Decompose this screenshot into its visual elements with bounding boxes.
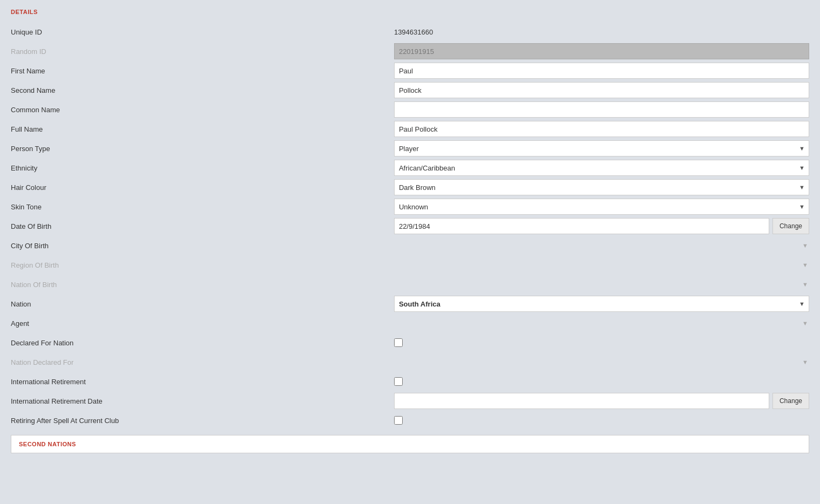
first-name-row: First Name	[11, 62, 809, 80]
nation-select-wrapper: South Africa England France Germany ▼	[394, 296, 809, 312]
person-type-value-container: Player Staff Other ▼	[394, 140, 809, 156]
second-name-row: Second Name	[11, 81, 809, 99]
change-ird-button[interactable]: Change	[772, 393, 809, 409]
ethnicity-row: Ethnicity African/Caribbean Asian White …	[11, 159, 809, 177]
nation-of-birth-row: Nation Of Birth ▼	[11, 275, 809, 294]
nation-value-container: South Africa England France Germany ▼	[394, 296, 809, 312]
retiring-after-spell-label: Retiring After Spell At Current Club	[11, 417, 394, 425]
common-name-value-container	[394, 101, 809, 118]
skin-tone-label: Skin Tone	[11, 203, 394, 211]
agent-value-container: ▼	[394, 320, 809, 326]
common-name-label: Common Name	[11, 106, 394, 114]
second-nations-header: SECOND NATIONS	[19, 441, 801, 447]
full-name-label: Full Name	[11, 125, 394, 133]
declared-for-nation-label: Declared For Nation	[11, 339, 394, 347]
skin-tone-select[interactable]: Unknown Light Medium Dark	[394, 199, 809, 215]
date-of-birth-input[interactable]	[394, 218, 769, 234]
hair-colour-select[interactable]: Dark Brown Brown Black Blonde Red Grey	[394, 179, 809, 195]
hair-colour-label: Hair Colour	[11, 183, 394, 192]
city-of-birth-row: City Of Birth ▼	[11, 236, 809, 255]
date-of-birth-row: Date Of Birth Change	[11, 217, 809, 235]
ethnicity-value-container: African/Caribbean Asian White Mixed Othe…	[394, 160, 809, 176]
international-retirement-row: International Retirement	[11, 372, 809, 391]
nation-of-birth-label: Nation Of Birth	[11, 281, 394, 289]
details-page: DETAILS Unique ID 1394631660 Random ID F…	[0, 0, 820, 462]
declared-for-nation-row: Declared For Nation	[11, 333, 809, 352]
region-of-birth-label: Region Of Birth	[11, 261, 394, 269]
first-name-input[interactable]	[394, 63, 809, 79]
ethnicity-select[interactable]: African/Caribbean Asian White Mixed Othe…	[394, 160, 809, 176]
int-retirement-date-row: International Retirement Date Change	[11, 392, 809, 410]
first-name-label: First Name	[11, 67, 394, 75]
date-of-birth-value-container: Change	[394, 218, 809, 234]
agent-chevron-icon: ▼	[802, 320, 808, 326]
nation-of-birth-value-container: ▼	[394, 281, 809, 288]
nation-declared-for-value-container: ▼	[394, 359, 809, 365]
full-name-value-container	[394, 121, 809, 137]
change-dob-button[interactable]: Change	[772, 218, 809, 234]
nation-declared-for-dropdown[interactable]: ▼	[394, 359, 809, 365]
random-id-value-container	[394, 43, 809, 59]
int-retirement-date-value-container: Change	[394, 393, 809, 409]
date-of-birth-label: Date Of Birth	[11, 222, 394, 230]
skin-tone-select-wrapper: Unknown Light Medium Dark ▼	[394, 199, 809, 215]
city-of-birth-chevron-icon: ▼	[802, 242, 808, 249]
random-id-label: Random ID	[11, 47, 394, 56]
declared-for-nation-value-container	[394, 338, 809, 347]
agent-dropdown[interactable]: ▼	[394, 320, 809, 326]
hair-colour-value-container: Dark Brown Brown Black Blonde Red Grey ▼	[394, 179, 809, 195]
unique-id-value-container: 1394631660	[394, 28, 809, 36]
city-of-birth-label: City Of Birth	[11, 242, 394, 250]
retiring-after-spell-value-container	[394, 416, 809, 425]
second-name-input[interactable]	[394, 82, 809, 98]
skin-tone-row: Skin Tone Unknown Light Medium Dark ▼	[11, 197, 809, 216]
first-name-value-container	[394, 63, 809, 79]
date-of-birth-date-row: Change	[394, 218, 809, 234]
city-of-birth-dropdown[interactable]: ▼	[394, 242, 809, 249]
international-retirement-value-container	[394, 377, 809, 386]
retiring-after-spell-row: Retiring After Spell At Current Club	[11, 411, 809, 430]
random-id-row: Random ID	[11, 42, 809, 60]
nation-select[interactable]: South Africa England France Germany	[394, 296, 809, 312]
int-retirement-date-input[interactable]	[394, 393, 769, 409]
nation-of-birth-dropdown[interactable]: ▼	[394, 281, 809, 288]
int-retirement-date-label: International Retirement Date	[11, 397, 394, 405]
nation-row: Nation South Africa England France Germa…	[11, 295, 809, 313]
person-type-select[interactable]: Player Staff Other	[394, 140, 809, 156]
international-retirement-checkbox[interactable]	[394, 377, 403, 386]
skin-tone-value-container: Unknown Light Medium Dark ▼	[394, 199, 809, 215]
unique-id-row: Unique ID 1394631660	[11, 23, 809, 41]
nation-declared-for-row: Nation Declared For ▼	[11, 353, 809, 371]
section-title: DETAILS	[11, 9, 809, 15]
retiring-after-spell-checkbox[interactable]	[394, 416, 403, 425]
nation-declared-for-label: Nation Declared For	[11, 358, 394, 366]
agent-row: Agent ▼	[11, 314, 809, 332]
second-name-label: Second Name	[11, 86, 394, 94]
common-name-input[interactable]	[394, 101, 809, 118]
international-retirement-label: International Retirement	[11, 378, 394, 386]
region-of-birth-dropdown[interactable]: ▼	[394, 262, 809, 268]
region-of-birth-row: Region Of Birth ▼	[11, 256, 809, 274]
city-of-birth-value-container: ▼	[394, 242, 809, 249]
hair-colour-row: Hair Colour Dark Brown Brown Black Blond…	[11, 178, 809, 196]
full-name-input[interactable]	[394, 121, 809, 137]
agent-label: Agent	[11, 319, 394, 328]
region-of-birth-value-container: ▼	[394, 262, 809, 268]
unique-id-value: 1394631660	[394, 28, 433, 36]
second-nations-section: SECOND NATIONS	[11, 435, 809, 453]
declared-for-nation-checkbox[interactable]	[394, 338, 403, 347]
region-of-birth-chevron-icon: ▼	[802, 262, 808, 268]
person-type-label: Person Type	[11, 145, 394, 153]
nation-of-birth-chevron-icon: ▼	[802, 281, 808, 288]
second-name-value-container	[394, 82, 809, 98]
nation-label: Nation	[11, 300, 394, 308]
nation-declared-for-chevron-icon: ▼	[802, 359, 808, 365]
common-name-row: Common Name	[11, 100, 809, 119]
int-retirement-date-row-inner: Change	[394, 393, 809, 409]
random-id-input[interactable]	[394, 43, 809, 59]
person-type-row: Person Type Player Staff Other ▼	[11, 139, 809, 158]
full-name-row: Full Name	[11, 120, 809, 138]
hair-colour-select-wrapper: Dark Brown Brown Black Blonde Red Grey ▼	[394, 179, 809, 195]
unique-id-label: Unique ID	[11, 28, 394, 36]
person-type-select-wrapper: Player Staff Other ▼	[394, 140, 809, 156]
